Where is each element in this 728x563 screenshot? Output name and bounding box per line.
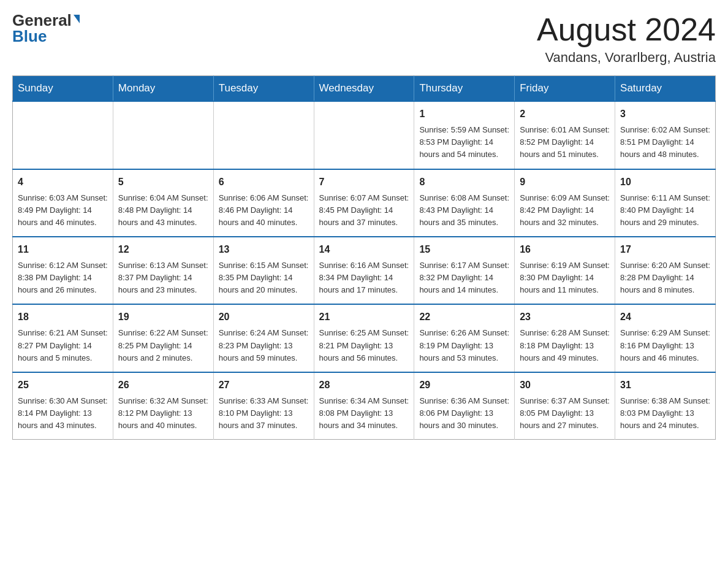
day-number: 7 <box>319 175 409 190</box>
day-number: 26 <box>118 378 208 393</box>
day-of-week-header: Saturday <box>615 76 716 102</box>
day-number: 1 <box>419 107 509 121</box>
day-number: 30 <box>520 378 610 393</box>
day-info: Sunrise: 6:13 AM Sunset: 8:37 PM Dayligh… <box>118 259 208 296</box>
day-number: 22 <box>419 310 509 324</box>
calendar-cell <box>314 101 414 169</box>
day-of-week-header: Wednesday <box>314 76 414 102</box>
calendar-cell: 26Sunrise: 6:32 AM Sunset: 8:12 PM Dayli… <box>113 372 213 440</box>
page-header: General Blue August 2024 Vandans, Vorarl… <box>12 12 716 66</box>
day-info: Sunrise: 6:20 AM Sunset: 8:28 PM Dayligh… <box>620 259 710 296</box>
calendar-cell: 22Sunrise: 6:26 AM Sunset: 8:19 PM Dayli… <box>414 304 515 372</box>
day-info: Sunrise: 6:26 AM Sunset: 8:19 PM Dayligh… <box>419 327 509 364</box>
day-number: 18 <box>18 310 108 324</box>
calendar-cell: 6Sunrise: 6:06 AM Sunset: 8:46 PM Daylig… <box>213 169 314 237</box>
day-info: Sunrise: 6:25 AM Sunset: 8:21 PM Dayligh… <box>319 327 409 364</box>
calendar-cell: 7Sunrise: 6:07 AM Sunset: 8:45 PM Daylig… <box>314 169 414 237</box>
calendar-cell: 11Sunrise: 6:12 AM Sunset: 8:38 PM Dayli… <box>13 237 113 304</box>
day-number: 27 <box>219 378 309 393</box>
day-number: 8 <box>419 175 509 190</box>
calendar-cell: 17Sunrise: 6:20 AM Sunset: 8:28 PM Dayli… <box>615 237 716 304</box>
day-info: Sunrise: 6:16 AM Sunset: 8:34 PM Dayligh… <box>319 259 409 296</box>
day-info: Sunrise: 6:07 AM Sunset: 8:45 PM Dayligh… <box>319 192 409 229</box>
calendar-cell <box>213 101 314 169</box>
day-info: Sunrise: 6:24 AM Sunset: 8:23 PM Dayligh… <box>219 327 309 364</box>
day-number: 24 <box>620 310 710 324</box>
calendar-cell: 30Sunrise: 6:37 AM Sunset: 8:05 PM Dayli… <box>515 372 615 440</box>
day-info: Sunrise: 6:11 AM Sunset: 8:40 PM Dayligh… <box>620 192 710 229</box>
calendar-cell: 14Sunrise: 6:16 AM Sunset: 8:34 PM Dayli… <box>314 237 414 304</box>
calendar-cell: 25Sunrise: 6:30 AM Sunset: 8:14 PM Dayli… <box>13 372 113 440</box>
day-number: 9 <box>520 175 610 190</box>
calendar-cell: 12Sunrise: 6:13 AM Sunset: 8:37 PM Dayli… <box>113 237 213 304</box>
calendar-cell: 27Sunrise: 6:33 AM Sunset: 8:10 PM Dayli… <box>213 372 314 440</box>
logo-blue-text: Blue <box>12 28 47 44</box>
day-info: Sunrise: 6:02 AM Sunset: 8:51 PM Dayligh… <box>620 124 710 161</box>
day-info: Sunrise: 6:21 AM Sunset: 8:27 PM Dayligh… <box>18 327 108 364</box>
day-number: 2 <box>520 107 610 121</box>
calendar-cell: 1Sunrise: 5:59 AM Sunset: 8:53 PM Daylig… <box>414 101 515 169</box>
calendar-header: SundayMondayTuesdayWednesdayThursdayFrid… <box>13 76 716 102</box>
day-info: Sunrise: 6:38 AM Sunset: 8:03 PM Dayligh… <box>620 395 710 432</box>
day-number: 19 <box>118 310 208 324</box>
day-number: 21 <box>319 310 409 324</box>
calendar-cell: 3Sunrise: 6:02 AM Sunset: 8:51 PM Daylig… <box>615 101 716 169</box>
calendar-week-row: 25Sunrise: 6:30 AM Sunset: 8:14 PM Dayli… <box>13 372 716 440</box>
day-number: 17 <box>620 242 710 257</box>
calendar-cell <box>113 101 213 169</box>
day-info: Sunrise: 6:09 AM Sunset: 8:42 PM Dayligh… <box>520 192 610 229</box>
calendar-cell: 29Sunrise: 6:36 AM Sunset: 8:06 PM Dayli… <box>414 372 515 440</box>
logo: General Blue <box>12 12 80 44</box>
day-of-week-header: Friday <box>515 76 615 102</box>
day-number: 31 <box>620 378 710 393</box>
calendar-cell: 8Sunrise: 6:08 AM Sunset: 8:43 PM Daylig… <box>414 169 515 237</box>
day-info: Sunrise: 6:01 AM Sunset: 8:52 PM Dayligh… <box>520 124 610 161</box>
day-info: Sunrise: 6:04 AM Sunset: 8:48 PM Dayligh… <box>118 192 208 229</box>
day-info: Sunrise: 6:34 AM Sunset: 8:08 PM Dayligh… <box>319 395 409 432</box>
day-of-week-header: Sunday <box>13 76 113 102</box>
calendar-cell: 10Sunrise: 6:11 AM Sunset: 8:40 PM Dayli… <box>615 169 716 237</box>
calendar-cell: 16Sunrise: 6:19 AM Sunset: 8:30 PM Dayli… <box>515 237 615 304</box>
day-number: 13 <box>219 242 309 257</box>
day-info: Sunrise: 6:33 AM Sunset: 8:10 PM Dayligh… <box>219 395 309 432</box>
day-of-week-header: Monday <box>113 76 213 102</box>
day-number: 16 <box>520 242 610 257</box>
calendar-cell: 2Sunrise: 6:01 AM Sunset: 8:52 PM Daylig… <box>515 101 615 169</box>
month-title: August 2024 <box>537 12 716 47</box>
calendar-cell: 21Sunrise: 6:25 AM Sunset: 8:21 PM Dayli… <box>314 304 414 372</box>
day-info: Sunrise: 6:08 AM Sunset: 8:43 PM Dayligh… <box>419 192 509 229</box>
days-of-week-row: SundayMondayTuesdayWednesdayThursdayFrid… <box>13 76 716 102</box>
calendar-week-row: 18Sunrise: 6:21 AM Sunset: 8:27 PM Dayli… <box>13 304 716 372</box>
calendar-week-row: 1Sunrise: 5:59 AM Sunset: 8:53 PM Daylig… <box>13 101 716 169</box>
title-block: August 2024 Vandans, Vorarlberg, Austria <box>537 12 716 66</box>
day-number: 11 <box>18 242 108 257</box>
day-of-week-header: Tuesday <box>213 76 314 102</box>
day-info: Sunrise: 6:22 AM Sunset: 8:25 PM Dayligh… <box>118 327 208 364</box>
calendar-week-row: 4Sunrise: 6:03 AM Sunset: 8:49 PM Daylig… <box>13 169 716 237</box>
day-info: Sunrise: 6:03 AM Sunset: 8:49 PM Dayligh… <box>18 192 108 229</box>
logo-general-text: General <box>12 12 72 28</box>
calendar-cell: 18Sunrise: 6:21 AM Sunset: 8:27 PM Dayli… <box>13 304 113 372</box>
day-info: Sunrise: 6:17 AM Sunset: 8:32 PM Dayligh… <box>419 259 509 296</box>
calendar-cell: 5Sunrise: 6:04 AM Sunset: 8:48 PM Daylig… <box>113 169 213 237</box>
day-info: Sunrise: 6:15 AM Sunset: 8:35 PM Dayligh… <box>219 259 309 296</box>
day-info: Sunrise: 6:32 AM Sunset: 8:12 PM Dayligh… <box>118 395 208 432</box>
day-number: 3 <box>620 107 710 121</box>
calendar-cell: 20Sunrise: 6:24 AM Sunset: 8:23 PM Dayli… <box>213 304 314 372</box>
day-number: 4 <box>18 175 108 190</box>
day-info: Sunrise: 6:06 AM Sunset: 8:46 PM Dayligh… <box>219 192 309 229</box>
calendar-cell: 19Sunrise: 6:22 AM Sunset: 8:25 PM Dayli… <box>113 304 213 372</box>
calendar-cell: 28Sunrise: 6:34 AM Sunset: 8:08 PM Dayli… <box>314 372 414 440</box>
day-info: Sunrise: 6:12 AM Sunset: 8:38 PM Dayligh… <box>18 259 108 296</box>
day-info: Sunrise: 6:30 AM Sunset: 8:14 PM Dayligh… <box>18 395 108 432</box>
calendar-cell: 15Sunrise: 6:17 AM Sunset: 8:32 PM Dayli… <box>414 237 515 304</box>
day-info: Sunrise: 6:29 AM Sunset: 8:16 PM Dayligh… <box>620 327 710 364</box>
day-number: 28 <box>319 378 409 393</box>
day-number: 10 <box>620 175 710 190</box>
day-number: 15 <box>419 242 509 257</box>
day-number: 25 <box>18 378 108 393</box>
day-of-week-header: Thursday <box>414 76 515 102</box>
calendar-cell <box>13 101 113 169</box>
calendar-cell: 23Sunrise: 6:28 AM Sunset: 8:18 PM Dayli… <box>515 304 615 372</box>
day-number: 29 <box>419 378 509 393</box>
